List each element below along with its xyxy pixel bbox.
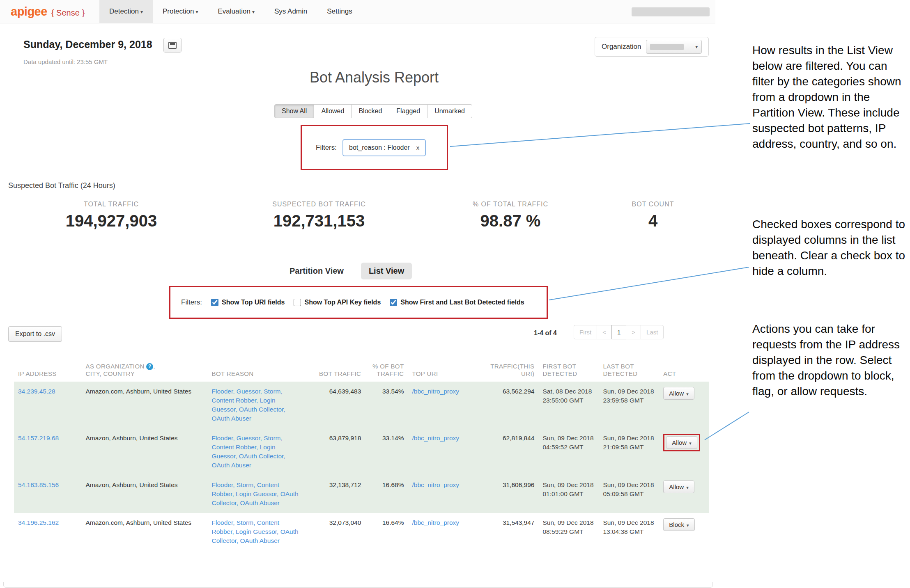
pct-bot-traffic-cell: 33.54%: [365, 382, 408, 428]
action-dropdown[interactable]: Allow▾: [666, 436, 697, 449]
action-dropdown-wrap: Allow▾: [663, 480, 694, 493]
col-header-as-organization: AS ORGANIZATION ?, CITY, COUNTRY: [81, 350, 207, 382]
first-bot-detected-cell: Sun, 09 Dec 2018 04:59:52 GMT: [538, 428, 599, 475]
checkbox-icon[interactable]: [294, 299, 301, 306]
checkbox-icon[interactable]: [390, 299, 397, 306]
action-dropdown-wrap: Block▾: [663, 518, 694, 531]
ip-address-link[interactable]: 54.163.85.156: [18, 481, 59, 488]
checkbox-show-top-uri[interactable]: Show Top URI fields: [211, 299, 285, 306]
action-dropdown[interactable]: Allow▾: [663, 480, 694, 493]
bot-reason-links[interactable]: Flooder, Guessor, Storm, Content Robber,…: [212, 435, 285, 469]
annotation-text-checkboxes: Checked boxes correspond to displayed co…: [752, 217, 909, 279]
ip-address-link[interactable]: 34.196.25.162: [18, 519, 59, 526]
remove-filter-icon[interactable]: x: [416, 144, 420, 151]
bot-reason-links[interactable]: Flooder, Guessor, Storm, Content Robber,…: [212, 388, 285, 422]
partition-view-tab[interactable]: Partition View: [290, 266, 344, 276]
traffic-this-uri-cell: 31,543,947: [476, 513, 539, 551]
checkbox-label[interactable]: Show Top URI fields: [222, 299, 285, 306]
calendar-icon: [168, 42, 177, 49]
stat-total-traffic: TOTAL TRAFFIC 194,927,903: [29, 201, 193, 230]
action-dropdown[interactable]: Block▾: [663, 518, 694, 531]
action-dropdown[interactable]: Allow▾: [663, 387, 694, 400]
stat-label: % OF TOTAL TRAFFIC: [428, 201, 593, 208]
pagination-page-1-button[interactable]: 1: [611, 325, 626, 339]
nav-label: Sys Admin: [274, 7, 307, 15]
nav-item-protection[interactable]: Protection▾: [153, 0, 208, 23]
stat-label: TOTAL TRAFFIC: [29, 201, 193, 208]
column-filters-label: Filters:: [181, 298, 202, 307]
traffic-this-uri-cell: 62,819,844: [476, 428, 539, 475]
table-header-row: IP ADDRESS AS ORGANIZATION ?, CITY, COUN…: [14, 350, 709, 382]
chevron-down-icon: ▾: [686, 485, 689, 490]
checkbox-label[interactable]: Show First and Last Bot Detected fields: [400, 299, 524, 306]
tab-blocked[interactable]: Blocked: [351, 104, 389, 118]
nav-label: Detection: [109, 7, 139, 15]
stat-label: SUSPECTED BOT TRAFFIC: [216, 201, 422, 208]
apigee-sense-logo[interactable]: apigee { Sense }: [11, 5, 85, 18]
col-header-act: ACT: [659, 350, 709, 382]
data-updated-text: Data updated until: 23:55 GMT: [23, 58, 108, 65]
tab-allowed[interactable]: Allowed: [314, 104, 352, 118]
tab-unmarked[interactable]: Unmarked: [427, 104, 472, 118]
checkbox-icon[interactable]: [211, 299, 218, 306]
ip-address-link[interactable]: 54.157.219.68: [18, 435, 59, 442]
organization-selector-group: Organization ▾: [595, 37, 709, 57]
chevron-down-icon: ▾: [140, 9, 143, 15]
col-header-ip-address: IP ADDRESS: [14, 350, 81, 382]
annotation-text-actions: Actions you can take for requests from t…: [752, 321, 909, 399]
action-dropdown-wrap: Allow▾: [663, 387, 694, 400]
export-csv-button[interactable]: Export to .csv: [8, 326, 62, 342]
action-label: Allow: [672, 439, 687, 446]
organization-dropdown[interactable]: ▾: [646, 40, 702, 54]
report-date: Sunday, December 9, 2018: [23, 39, 152, 50]
checkbox-show-first-last-detected[interactable]: Show First and Last Bot Detected fields: [390, 299, 524, 306]
col-header-traffic-this-uri: TRAFFIC(THIS URI): [476, 350, 539, 382]
nav-item-settings[interactable]: Settings: [317, 0, 362, 23]
nav-item-detection[interactable]: Detection▾: [99, 0, 153, 23]
bot-reason-links[interactable]: Flooder, Storm, Content Robber, Login Gu…: [212, 481, 299, 506]
as-organization-cell: Amazon.com, Ashburn, United States: [81, 513, 207, 551]
help-icon[interactable]: ?: [146, 363, 153, 370]
pagination-first-button[interactable]: First: [574, 325, 597, 339]
chevron-down-icon: ▾: [687, 523, 689, 528]
stat-value: 98.87 %: [428, 212, 593, 230]
action-label: Allow: [669, 390, 684, 397]
first-bot-detected-cell: Sat, 08 Dec 2018 23:55:00 GMT: [538, 382, 599, 428]
top-uri-link[interactable]: /bbc_nitro_proxy: [412, 519, 459, 526]
filter-chip-bot-reason[interactable]: bot_reason : Flooder x: [342, 139, 426, 156]
top-uri-link[interactable]: /bbc_nitro_proxy: [412, 481, 459, 488]
calendar-button[interactable]: [163, 38, 182, 53]
nav-item-sys-admin[interactable]: Sys Admin: [264, 0, 317, 23]
stat-bot-count: BOT COUNT 4: [591, 201, 715, 230]
bot-list-table: IP ADDRESS AS ORGANIZATION ?, CITY, COUN…: [14, 350, 709, 551]
top-uri-link[interactable]: /bbc_nitro_proxy: [412, 435, 459, 442]
tab-flagged[interactable]: Flagged: [389, 104, 427, 118]
list-view-tab[interactable]: List View: [361, 263, 412, 279]
tab-show-all[interactable]: Show All: [274, 104, 314, 118]
pagination-next-button[interactable]: >: [626, 325, 641, 339]
pagination-last-button[interactable]: Last: [641, 325, 664, 339]
organization-label: Organization: [602, 43, 641, 51]
bot-list-table-container: IP ADDRESS AS ORGANIZATION ?, CITY, COUN…: [14, 350, 709, 551]
nav-label: Settings: [327, 7, 352, 15]
chevron-down-icon: ▾: [686, 391, 689, 396]
pagination-range: 1-4 of 4: [534, 329, 557, 337]
redacted-organization-value: [650, 44, 684, 50]
view-toggle: Partition View List View: [290, 263, 412, 279]
ip-address-link[interactable]: 34.239.45.28: [18, 388, 55, 395]
stats-section-title: Suspected Bot Traffic (24 Hours): [8, 181, 115, 190]
checkbox-show-top-api-key[interactable]: Show Top API Key fields: [294, 299, 381, 306]
bot-reason-links[interactable]: Flooder, Storm, Content Robber, Login Gu…: [212, 519, 299, 544]
top-uri-link[interactable]: /bbc_nitro_proxy: [412, 388, 459, 395]
nav-item-evaluation[interactable]: Evaluation▾: [208, 0, 264, 23]
chevron-down-icon: ▾: [195, 9, 198, 15]
annotation-highlight-filters: Filters: bot_reason : Flooder x: [301, 125, 448, 170]
last-bot-detected-cell: Sun, 09 Dec 2018 05:09:58 GMT: [599, 475, 659, 513]
first-bot-detected-cell: Sun, 09 Dec 2018 08:59:29 GMT: [538, 513, 599, 551]
table-row: 54.163.85.156 Amazon, Ashburn, United St…: [14, 475, 709, 513]
last-bot-detected-cell: Sun, 09 Dec 2018 21:09:58 GMT: [599, 428, 659, 475]
checkbox-label[interactable]: Show Top API Key fields: [304, 299, 381, 306]
annotation-text-filters: How results in the List View below are f…: [752, 43, 909, 152]
nav-label: Protection: [163, 7, 194, 15]
pagination-prev-button[interactable]: <: [597, 325, 612, 339]
